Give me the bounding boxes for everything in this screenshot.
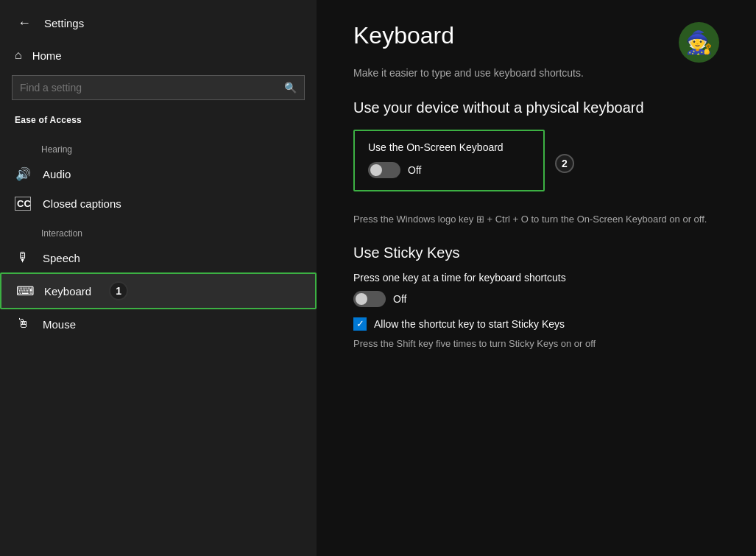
speech-icon: 🎙 — [15, 250, 31, 265]
osk-toggle-knob — [370, 164, 382, 176]
sidebar-header: ← Settings — [0, 0, 317, 41]
audio-label: Audio — [43, 168, 71, 180]
back-button[interactable]: ← — [15, 13, 34, 32]
sidebar-item-speech[interactable]: 🎙 Speech — [0, 243, 317, 272]
ease-of-access-heading: Ease of Access — [0, 110, 317, 134]
osk-step-badge: 2 — [555, 154, 574, 173]
sticky-toggle[interactable] — [353, 291, 386, 307]
closed-captions-label: Closed captions — [43, 197, 121, 210]
osk-box: Use the On-Screen Keyboard Off — [353, 130, 545, 191]
keyboard-label: Keyboard — [44, 285, 91, 298]
settings-title: Settings — [44, 17, 84, 29]
home-label: Home — [32, 49, 62, 62]
mouse-icon: 🖱 — [15, 317, 31, 331]
page-title: Keyboard — [353, 22, 454, 49]
sidebar-item-closed-captions[interactable]: CC Closed captions — [0, 189, 317, 218]
sticky-toggle-knob — [356, 293, 367, 305]
mouse-label: Mouse — [43, 318, 76, 331]
search-input[interactable] — [13, 76, 277, 99]
home-nav-item[interactable]: ⌂ Home — [0, 41, 317, 69]
sticky-hint: Press the Shift key five times to turn S… — [353, 338, 719, 349]
search-box: 🔍 — [12, 75, 305, 100]
hearing-section-label: Hearing — [0, 134, 317, 159]
sidebar-item-keyboard[interactable]: ⌨ Keyboard 1 — [0, 272, 317, 309]
osk-toggle-row: Off — [368, 162, 530, 178]
no-physical-keyboard-heading: Use your device without a physical keybo… — [353, 99, 719, 116]
main-content: Keyboard 🧙 Make it easier to type and us… — [317, 0, 756, 556]
search-button[interactable]: 🔍 — [277, 77, 304, 98]
page-subtitle: Make it easier to type and use keyboard … — [353, 67, 719, 79]
osk-hint: Press the Windows logo key ⊞ + Ctrl + O … — [353, 212, 719, 227]
avatar: 🧙 — [679, 22, 719, 63]
osk-toggle[interactable] — [368, 162, 400, 178]
osk-toggle-state: Off — [408, 164, 421, 176]
sticky-shortcut-checkbox[interactable]: ✓ — [353, 317, 367, 331]
home-icon: ⌂ — [15, 49, 22, 62]
sidebar: ← Settings ⌂ Home 🔍 Ease of Access Heari… — [0, 0, 317, 556]
osk-hint-text: Press the Windows logo key ⊞ + Ctrl + O … — [353, 214, 707, 225]
sticky-toggle-state: Off — [393, 293, 406, 305]
page-header: Keyboard 🧙 — [353, 22, 719, 63]
keyboard-badge: 1 — [109, 281, 128, 300]
closed-captions-icon: CC — [15, 197, 31, 211]
speech-label: Speech — [43, 252, 80, 264]
checkmark-icon: ✓ — [356, 318, 364, 329]
sidebar-item-audio[interactable]: 🔊 Audio — [0, 159, 317, 189]
sticky-shortcut-label: Allow the shortcut key to start Sticky K… — [374, 318, 565, 330]
sticky-toggle-row: Off — [353, 291, 719, 307]
sidebar-item-mouse[interactable]: 🖱 Mouse — [0, 309, 317, 339]
sticky-shortcut-row[interactable]: ✓ Allow the shortcut key to start Sticky… — [353, 317, 719, 331]
osk-label: Use the On-Screen Keyboard — [368, 141, 530, 153]
sticky-keys-heading: Use Sticky Keys — [353, 244, 719, 261]
sticky-keys-subtext: Press one key at a time for keyboard sho… — [353, 272, 719, 284]
audio-icon: 🔊 — [15, 166, 31, 182]
interaction-section-label: Interaction — [0, 218, 317, 243]
keyboard-icon: ⌨ — [16, 284, 32, 299]
